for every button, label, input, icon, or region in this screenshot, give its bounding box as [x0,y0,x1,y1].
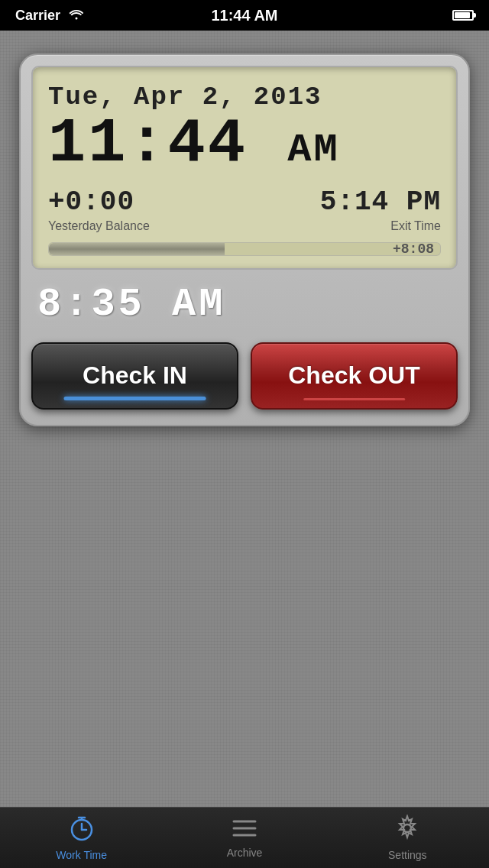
worktime-icon [68,815,96,846]
lcd-display: Tue, Apr 2, 2013 11:44 AM +0:00 5:14 PM … [31,66,458,270]
status-time: 11:44 AM [211,7,277,24]
exit-time-value: 5:14 PM [320,186,441,218]
checkin-time-display: 8:35 AM [37,282,458,327]
balance-value: +0:00 [48,186,134,218]
balance-label: Yesterday Balance [48,219,150,233]
widget-card: Tue, Apr 2, 2013 11:44 AM +0:00 5:14 PM … [19,53,470,426]
date-display: Tue, Apr 2, 2013 [48,83,441,112]
status-right [452,10,474,21]
status-bar: Carrier 11:44 AM [0,0,489,31]
progress-bar: +8:08 [48,242,441,256]
main-background: Tue, Apr 2, 2013 11:44 AM +0:00 5:14 PM … [0,31,489,837]
tab-worktime[interactable]: Work Time [0,808,163,868]
time-ampm: AM [287,128,339,173]
battery-icon [452,10,474,21]
tab-worktime-label: Work Time [56,849,107,861]
settings-icon [393,815,421,846]
check-in-button[interactable]: Check IN [31,342,238,410]
wifi-icon [68,8,85,24]
tab-settings-label: Settings [388,849,427,861]
time-display: 11:44 AM [48,115,441,174]
progress-fill [49,243,225,255]
check-out-button[interactable]: Check OUT [251,342,458,410]
tab-archive[interactable]: Archive [163,808,325,868]
tab-archive-label: Archive [227,847,263,859]
time-value: 11:44 [48,108,248,180]
buttons-row: Check IN Check OUT [31,342,458,410]
carrier-label: Carrier [15,8,60,24]
progress-label: +8:08 [393,242,434,256]
tab-bar: Work Time Archive Settings [0,807,489,868]
balance-exit-row: +0:00 5:14 PM [48,186,441,218]
exit-time-label: Exit Time [390,219,441,233]
lcd-labels-row: Yesterday Balance Exit Time [48,219,441,233]
archive-icon [231,817,258,844]
tab-settings[interactable]: Settings [326,808,489,868]
status-left: Carrier [15,8,85,24]
